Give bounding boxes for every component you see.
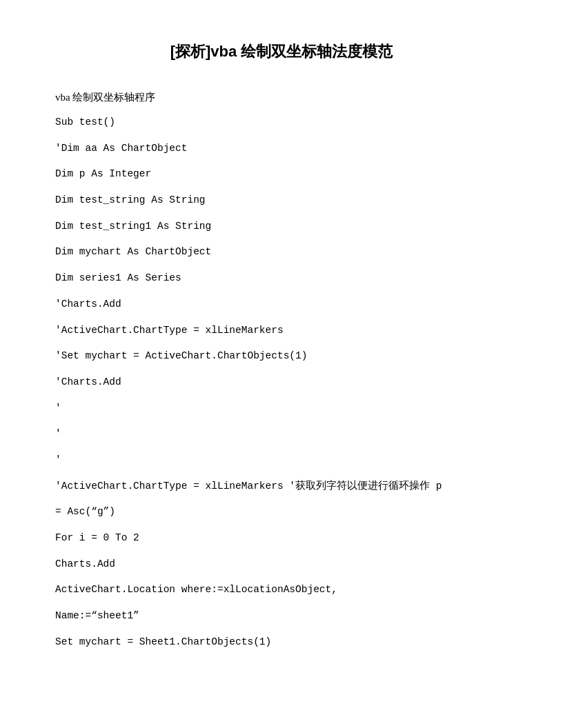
code-line: Dim test_string1 As String [55, 216, 508, 236]
code-line: 'Charts.Add [55, 294, 508, 314]
code-line [55, 185, 508, 190]
page: [探析]vba 绘制双坐标轴法度模范 vba 绘制双坐标轴程序 Sub test… [0, 0, 563, 728]
code-line: ' [55, 398, 508, 418]
code-line: Set mychart = Sheet1.ChartObjects(1) [55, 631, 508, 652]
code-line [55, 418, 508, 423]
code-line: Dim series1 As Series [55, 267, 508, 288]
content-area: vba 绘制双坐标轴程序 Sub test() 'Dim aa As Chart… [55, 87, 508, 652]
code-line [55, 314, 508, 319]
code-line: Dim test_string As String [55, 190, 508, 210]
code-line [55, 211, 508, 216]
code-line: ' [55, 423, 508, 444]
code-line [55, 289, 508, 294]
code-line [55, 445, 508, 449]
code-line [55, 263, 508, 267]
code-line [55, 392, 508, 397]
code-line: Sub test() [55, 112, 508, 132]
code-line: Charts.Add [55, 554, 508, 574]
code-line: 'ActiveChart.ChartType = xlLineMarkers [55, 320, 508, 341]
code-line: 'Set mychart = ActiveChart.ChartObjects(… [55, 345, 508, 366]
code-line [55, 548, 508, 553]
intro-text: vba 绘制双坐标轴程序 [55, 87, 508, 108]
code-line [55, 367, 508, 372]
code-line: Dim p As Integer [55, 163, 508, 184]
code-line [55, 574, 508, 579]
page-title: [探析]vba 绘制双坐标轴法度模范 [55, 41, 508, 62]
code-line [55, 470, 508, 475]
code-line [55, 496, 508, 501]
code-block: Sub test() 'Dim aa As ChartObject Dim p … [55, 112, 508, 652]
code-line: = Asc(“g”) [55, 501, 508, 522]
code-line [55, 132, 508, 137]
code-line: 'ActiveChart.ChartType = xlLineMarkers '… [55, 476, 508, 496]
code-line: Dim mychart As ChartObject [55, 241, 508, 262]
code-line: ' [55, 449, 508, 470]
code-line [55, 236, 508, 241]
code-line: 'Charts.Add [55, 372, 508, 392]
code-line: 'Dim aa As ChartObject [55, 138, 508, 159]
code-line [55, 627, 508, 631]
code-line: Name:=“sheet1” [55, 605, 508, 626]
code-line [55, 159, 508, 163]
code-line [55, 341, 508, 345]
code-line: ActiveChart.Location where:=xlLocationAs… [55, 579, 508, 600]
code-line [55, 523, 508, 527]
code-line: For i = 0 To 2 [55, 527, 508, 548]
code-line [55, 600, 508, 605]
